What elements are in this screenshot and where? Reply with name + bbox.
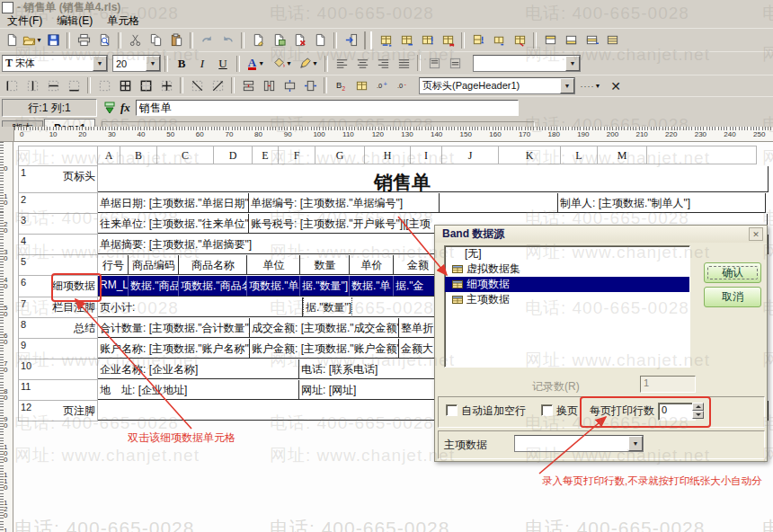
merge-right-button[interactable] — [489, 31, 509, 49]
border-inner-h-button[interactable] — [43, 77, 63, 95]
column-header-M[interactable]: M — [598, 146, 647, 164]
dialog-close-button[interactable]: ✕ — [749, 227, 763, 241]
italic-button[interactable]: I — [192, 55, 212, 73]
font-color-button[interactable]: A ▼ — [244, 55, 269, 73]
fit-width-button[interactable] — [300, 77, 320, 95]
sheet-cell-r6c1[interactable]: RM_Lir — [98, 276, 129, 297]
merge-down-button[interactable] — [468, 31, 488, 49]
border-outer-button[interactable] — [136, 77, 155, 95]
font-size-combo[interactable]: 20 ▼ — [112, 55, 161, 72]
cut-button[interactable] — [125, 31, 145, 49]
row-label-1[interactable]: 1页标头 — [18, 166, 98, 193]
sheet-cell-r5c4[interactable]: 单位 — [247, 255, 300, 275]
subscript-button[interactable]: B2 — [331, 77, 351, 95]
blank-page-button[interactable] — [310, 31, 330, 49]
exit-button[interactable] — [341, 31, 360, 49]
sheet-cell-r7c2[interactable]: 据."数量"] — [303, 297, 352, 317]
sheet-cell-r6c5[interactable]: 据."数量"] — [300, 276, 350, 297]
column-header-D[interactable]: D — [214, 146, 253, 164]
column-header-filler[interactable] — [647, 146, 757, 164]
confirm-button[interactable]: 确认 — [704, 262, 761, 283]
border-bottom-button[interactable] — [64, 77, 84, 95]
undo-button[interactable] — [218, 31, 237, 49]
open-file-button[interactable]: ▼ — [22, 31, 42, 49]
align-left-button[interactable] — [332, 55, 351, 73]
band-header-button[interactable] — [540, 31, 560, 49]
column-header-L[interactable]: L — [561, 146, 598, 164]
spin-up-icon[interactable] — [692, 403, 704, 411]
datasource-item-1[interactable]: 虚拟数据集 — [445, 262, 689, 277]
chevron-down-icon[interactable]: ▼ — [258, 60, 264, 67]
diagonal-down-button[interactable] — [187, 77, 207, 95]
datasource-item-3[interactable]: 主项数据 — [445, 292, 689, 307]
save-button[interactable] — [43, 31, 63, 49]
sheet-cell-r6c4[interactable]: 项数据."单 — [247, 276, 300, 297]
row-label-4[interactable]: 4 — [18, 235, 98, 255]
underline-button[interactable]: U — [213, 55, 233, 73]
column-header-G[interactable]: G — [315, 146, 365, 164]
decimal-add-button[interactable]: .0+ — [372, 77, 392, 95]
datasource-item-2[interactable]: 细项数据 — [445, 277, 689, 292]
line-style-button[interactable]: ···· ▼ — [576, 77, 605, 95]
column-header-K[interactable]: K — [499, 146, 561, 164]
datasource-item-0[interactable]: [无] — [445, 246, 689, 262]
sheet-cell-r5c3[interactable]: 商品名称 — [179, 255, 247, 275]
sheet-cell-r2c4[interactable]: 制单人: [主项数据."制单人"] — [558, 193, 766, 213]
menu-item-2[interactable]: 单元格 — [100, 13, 147, 29]
sheet-cell-r1c1[interactable]: 销售单 — [98, 166, 769, 192]
menu-item-1[interactable]: 编辑(E) — [49, 13, 100, 29]
sheet-cell-r6c6[interactable]: 数据."单 — [350, 276, 394, 297]
sheet-cell-r7c1[interactable]: 页小计: — [98, 297, 303, 317]
valign-top-button[interactable] — [424, 55, 444, 73]
print-preview-button[interactable] — [94, 31, 114, 49]
redo-button[interactable] — [197, 31, 217, 49]
copy-button[interactable] — [146, 31, 165, 49]
dialog-title-bar[interactable]: Band 数据源 ✕ — [435, 226, 767, 243]
spin-down-icon[interactable] — [692, 411, 704, 419]
delete-col-button[interactable] — [438, 31, 458, 49]
main-data-combo[interactable]: ▼ — [514, 435, 644, 452]
delete-row-button[interactable] — [396, 31, 416, 49]
row-label-11[interactable]: 11 — [18, 380, 98, 401]
sheet-cell-r8c2[interactable]: 成交金额: [主项数据."成交金额"] — [250, 318, 399, 338]
column-header-F[interactable]: F — [279, 146, 315, 164]
sheet-cell-r10c1[interactable]: 企业名称: [企业名称] — [98, 359, 299, 379]
fx-icon[interactable]: fx — [120, 101, 130, 115]
delete-band-button[interactable]: ✕ — [606, 77, 626, 95]
fit-height-button[interactable] — [280, 77, 299, 95]
cancel-button[interactable]: 取消 — [704, 287, 761, 307]
sheet-cell-r5c6[interactable]: 单价 — [350, 255, 394, 275]
border-left-button[interactable] — [2, 77, 22, 95]
style-combo[interactable]: ▼ — [473, 55, 581, 72]
column-header-C[interactable]: C — [157, 146, 214, 164]
row-label-10[interactable]: 10 — [18, 359, 98, 380]
column-header-H[interactable]: H — [365, 146, 411, 164]
rows-per-page-spinner[interactable] — [692, 403, 704, 419]
row-label-8[interactable]: 8总结 — [18, 318, 98, 339]
row-label-2[interactable]: 2 — [18, 193, 98, 214]
fill-color-button[interactable]: ▼ — [270, 55, 295, 73]
row-label-6[interactable]: 6细项数据 — [18, 276, 98, 297]
row-label-9[interactable]: 9 — [18, 339, 98, 359]
sheet-cell-r2c2[interactable]: 单据编号: [主项数据."单据编号"] — [249, 193, 440, 213]
menu-item-0[interactable]: 文件(F) — [0, 13, 49, 29]
insert-col-button[interactable] — [417, 31, 437, 49]
column-header-E[interactable]: E — [253, 146, 279, 164]
chevron-down-icon[interactable]: ▼ — [146, 56, 160, 71]
print-button[interactable] — [74, 31, 93, 49]
insert-note-button[interactable] — [248, 31, 268, 49]
rows-per-page-input[interactable]: 0 — [658, 403, 696, 421]
formula-input[interactable] — [136, 100, 519, 116]
insert-row-button[interactable] — [376, 31, 395, 49]
column-header-A[interactable]: A — [98, 146, 120, 164]
sheet-cell-r9c1[interactable]: 账户名称: [主项数据."账户名称"] — [98, 339, 250, 359]
split-cell-button[interactable] — [510, 31, 529, 49]
decimal-sub-button[interactable]: .0- — [393, 77, 413, 95]
border-color-button[interactable]: ▼ — [296, 55, 321, 73]
align-justify-button[interactable] — [394, 55, 413, 73]
row-label-3[interactable]: 3 — [18, 214, 98, 235]
column-header-J[interactable]: J — [442, 146, 499, 164]
sheet-cell-r5c1[interactable]: 行号 — [98, 255, 129, 275]
band-detail-button[interactable] — [582, 31, 601, 49]
band-combo[interactable]: 页标头(PageHeader1) ▼ — [419, 77, 575, 94]
